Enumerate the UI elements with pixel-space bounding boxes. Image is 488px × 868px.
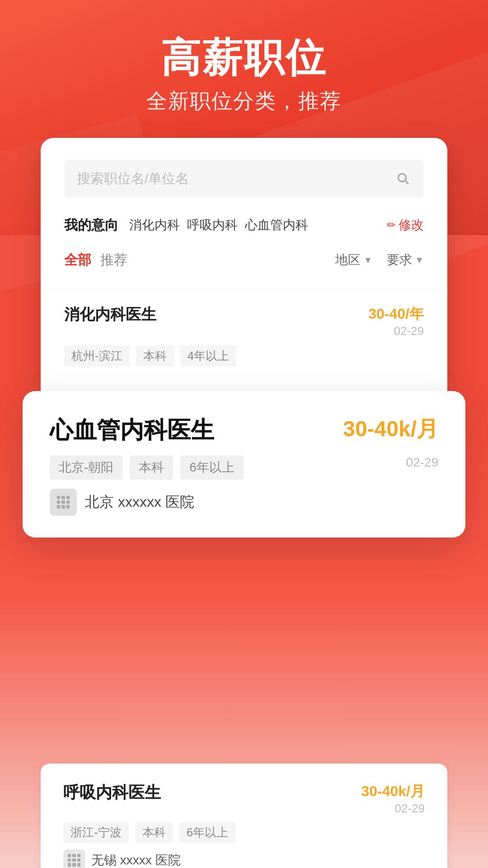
search-icon [395,170,411,187]
floating-job-card[interactable]: 心血管内科医生 30-40k/月 北京-朝阳 本科 6年以上 02-29 [23,391,465,538]
floating-salary: 30-40k/月 [343,415,438,443]
floating-tag-0: 北京-朝阳 [50,455,122,480]
job-list-section: 呼吸内科医生 30-40k/月 02-29 浙江-宁波 本科 6年以上 [41,764,447,868]
filter-tab-all[interactable]: 全部 [64,247,100,273]
job-card-0-tag-0: 浙江-宁波 [63,822,129,843]
floating-tag-1: 本科 [130,455,173,480]
floating-hospital-icon [50,489,77,516]
floating-tags: 北京-朝阳 本科 6年以上 [50,455,244,480]
header-section: 高薪职位 全新职位分类，推荐 [146,36,342,115]
floating-hospital-name: 北京 xxxxxx 医院 [85,492,194,512]
job-tag-first-2: 4年以上 [180,345,236,367]
sort-region-arrow: ▼ [363,255,372,265]
job-card-0-tags: 浙江-宁波 本科 6年以上 [63,822,425,843]
floating-mid-row: 北京-朝阳 本科 6年以上 02-29 [50,455,438,489]
edit-intent-button[interactable]: ✏ 修改 [387,217,424,234]
hospital-grid-icon [57,496,70,509]
svg-point-0 [398,174,406,182]
job-card-0-title: 呼吸内科医生 [63,782,161,804]
job-card-0-date: 02-29 [361,802,425,816]
search-bar[interactable]: 搜索职位名/单位名 [64,160,424,198]
job-card-0-salary: 30-40k/月 [361,782,425,802]
job-item-first[interactable]: 消化内科医生 30-40/年 02-29 杭州-滨江 本科 4年以上 [64,304,424,387]
intent-label: 我的意向 [64,216,118,235]
floating-tag-2: 6年以上 [180,455,244,480]
filter-row: 全部 推荐 地区 ▼ 要求 ▼ [64,247,424,273]
job-card-0-tag-2: 6年以上 [179,822,235,843]
sort-region-label: 地区 [335,251,361,269]
floating-hospital-row: 北京 xxxxxx 医院 [50,489,438,516]
job-tag-first-1: 本科 [136,345,174,367]
page-sub-title: 全新职位分类，推荐 [146,87,342,115]
page-content: 高薪职位 全新职位分类，推荐 搜索职位名/单位名 我的意向 消化内科 呼吸内科 … [0,0,488,868]
intent-tag-0: 消化内科 [129,217,180,234]
job-card-0-tag-1: 本科 [135,822,173,843]
job-item-first-header: 消化内科医生 30-40/年 02-29 [64,304,424,338]
intent-tag-1: 呼吸内科 [187,217,238,234]
search-placeholder-text: 搜索职位名/单位名 [77,170,395,188]
job-card-0-hospital-icon [63,849,85,868]
floating-job-header: 心血管内科医生 30-40k/月 [50,415,438,446]
job-card-0[interactable]: 呼吸内科医生 30-40k/月 02-29 浙江-宁波 本科 6年以上 [41,764,447,868]
job-tags-first: 杭州-滨江 本科 4年以上 [64,345,424,367]
floating-date: 02-29 [406,455,438,470]
edit-icon: ✏ [387,219,396,231]
job-card-0-header: 呼吸内科医生 30-40k/月 02-29 [63,782,425,816]
floating-job-title: 心血管内科医生 [50,415,214,446]
intent-row: 我的意向 消化内科 呼吸内科 心血管内科 ✏ 修改 [64,216,424,235]
job-card-0-hospital: 无锡 xxxxx 医院 [63,849,425,868]
intent-tag-2: 心血管内科 [245,217,308,234]
filter-tab-recommend[interactable]: 推荐 [100,247,136,273]
sort-requirement[interactable]: 要求 ▼ [387,251,424,269]
job-tag-first-0: 杭州-滨江 [64,345,130,367]
svg-line-1 [405,181,408,184]
job-salary-first: 30-40/年 [368,304,424,324]
job-card-0-hospital-name: 无锡 xxxxx 医院 [91,852,181,868]
edit-label: 修改 [399,217,424,234]
sort-region[interactable]: 地区 ▼ [335,251,372,269]
sort-requirement-label: 要求 [387,251,412,269]
main-card: 搜索职位名/单位名 我的意向 消化内科 呼吸内科 心血管内科 ✏ 修改 全部 推… [41,138,447,434]
divider-1 [41,289,447,290]
page-main-title: 高薪职位 [146,36,342,80]
job-title-first: 消化内科医生 [64,304,156,325]
job-date-first: 02-29 [368,324,424,338]
filter-sort: 地区 ▼ 要求 ▼ [335,251,424,269]
sort-requirement-arrow: ▼ [415,255,424,265]
